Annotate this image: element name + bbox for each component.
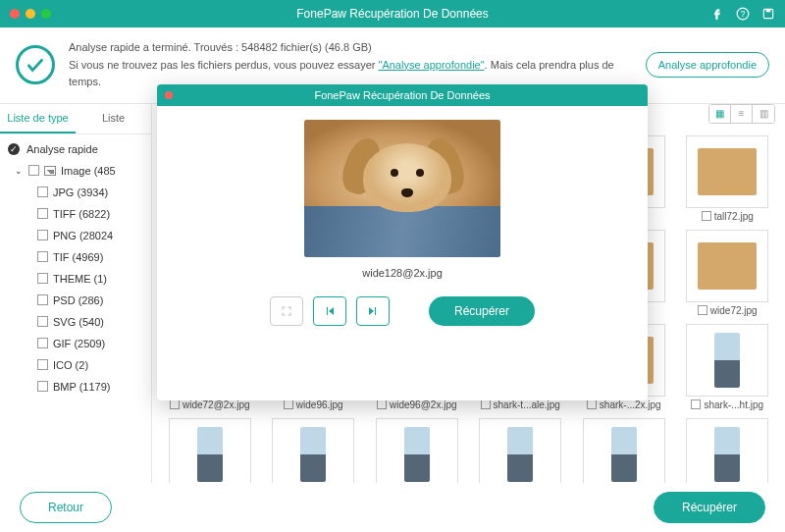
status-text: Analyse rapide a terminé. Trouvés : 5484… xyxy=(69,39,632,91)
deep-scan-button[interactable]: Analyse approfondie xyxy=(646,52,769,78)
preview-modal: FonePaw Récupération De Données wide128@… xyxy=(157,84,648,400)
thumbnail[interactable] xyxy=(169,418,251,491)
deep-scan-link[interactable]: "Analyse approfondie" xyxy=(379,59,485,71)
recover-button[interactable]: Récupérer xyxy=(654,492,765,523)
status-line1: Analyse rapide a terminé. Trouvés : 5484… xyxy=(69,39,632,57)
thumbnail[interactable] xyxy=(376,418,458,491)
grid-view-icon[interactable]: ▦ xyxy=(709,105,731,123)
tree-item-theme[interactable]: THEME (1) xyxy=(0,268,151,290)
list-view-icon[interactable]: ≡ xyxy=(731,105,753,123)
file-tree: Analyse rapide ⌄ Image (485 JPG (3934) T… xyxy=(0,134,151,401)
sidebar: Liste de type Liste Analyse rapide ⌄ Ima… xyxy=(0,104,152,493)
tree-item-tiff[interactable]: TIFF (6822) xyxy=(0,203,151,225)
image-icon xyxy=(44,166,56,176)
facebook-icon[interactable] xyxy=(710,7,724,21)
scan-complete-icon xyxy=(16,45,55,84)
tree-parent-image[interactable]: ⌄ Image (485 xyxy=(0,160,151,182)
tab-type-list[interactable]: Liste de type xyxy=(0,104,76,133)
column-view-icon[interactable]: ▥ xyxy=(753,105,774,123)
thumbnail[interactable] xyxy=(686,135,768,208)
tree-item-psd[interactable]: PSD (286) xyxy=(0,290,151,311)
tree-item-ico[interactable]: ICO (2) xyxy=(0,354,151,376)
back-button[interactable]: Retour xyxy=(20,492,112,523)
tree-item-gif[interactable]: GIF (2509) xyxy=(0,333,151,354)
modal-close-icon[interactable] xyxy=(165,91,173,99)
close-window-icon[interactable] xyxy=(10,9,20,19)
next-icon[interactable] xyxy=(356,296,390,326)
chevron-down-icon: ⌄ xyxy=(14,166,24,176)
footer: Retour Récupérer xyxy=(0,483,785,532)
thumbnail[interactable] xyxy=(686,418,768,491)
thumbnail[interactable] xyxy=(686,230,768,302)
thumbnail[interactable] xyxy=(272,418,354,491)
tree-item-bmp[interactable]: BMP (1179) xyxy=(0,376,151,398)
checkbox[interactable] xyxy=(28,165,39,176)
tab-path-list[interactable]: Liste xyxy=(76,104,151,133)
tree-item-tif[interactable]: TIF (4969) xyxy=(0,246,151,268)
maximize-window-icon[interactable] xyxy=(41,9,51,19)
save-icon[interactable] xyxy=(761,7,775,21)
window-controls xyxy=(10,9,51,19)
svg-text:?: ? xyxy=(741,10,746,19)
modal-title: FonePaw Récupération De Données xyxy=(314,89,490,101)
minimize-window-icon[interactable] xyxy=(26,9,35,19)
app-titlebar: FonePaw Récupération De Données ? xyxy=(0,0,785,27)
app-title: FonePaw Récupération De Données xyxy=(296,7,488,21)
tree-item-svg[interactable]: SVG (540) xyxy=(0,311,151,333)
view-toggle: ▦ ≡ ▥ xyxy=(708,104,775,124)
prev-icon[interactable] xyxy=(313,296,346,326)
thumbnail[interactable] xyxy=(479,418,561,491)
svg-rect-3 xyxy=(766,9,771,12)
modal-titlebar: FonePaw Récupération De Données xyxy=(157,84,648,106)
preview-filename: wide128@2x.jpg xyxy=(362,267,443,279)
help-icon[interactable]: ? xyxy=(736,7,750,21)
thumbnail[interactable] xyxy=(583,418,665,491)
tree-root[interactable]: Analyse rapide xyxy=(0,138,151,160)
tree-item-jpg[interactable]: JPG (3934) xyxy=(0,182,151,203)
fullscreen-icon[interactable] xyxy=(270,296,303,326)
thumbnail[interactable] xyxy=(686,324,768,397)
modal-recover-button[interactable]: Récupérer xyxy=(429,296,535,326)
preview-image xyxy=(304,120,500,257)
tree-item-png[interactable]: PNG (28024 xyxy=(0,225,151,246)
